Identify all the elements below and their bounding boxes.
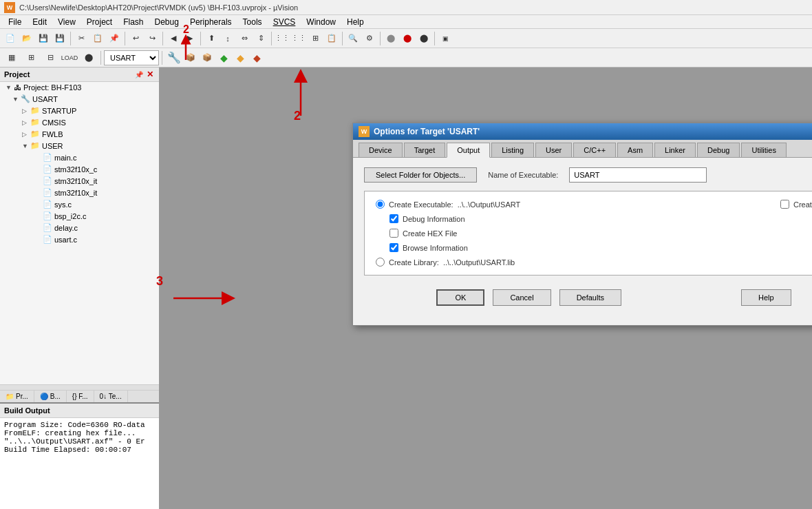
tab-te[interactable]: 0↓ Te... <box>94 391 128 402</box>
project-tree[interactable]: ▼ 🖧 Project: BH-F103 ▼ 🔧 USART ▷ 📁 START… <box>0 82 159 384</box>
tb2-btn-6[interactable]: 📦 <box>183 50 198 65</box>
create-library-radio[interactable] <box>376 258 385 267</box>
defaults-btn[interactable]: Defaults <box>559 289 621 306</box>
menu-debug[interactable]: Debug <box>149 16 184 28</box>
tb-btn-13[interactable]: ⚙ <box>362 31 377 46</box>
tab-listing[interactable]: Listing <box>491 143 534 157</box>
help-btn[interactable]: Help <box>741 289 791 306</box>
tree-usart-c[interactable]: 📄 usart.c <box>0 233 159 245</box>
tb-btn-5[interactable]: ⬆ <box>204 31 219 46</box>
tb-btn-circle[interactable]: ⬤ <box>383 31 398 46</box>
tree-bsp[interactable]: 📄 bsp_i2c.c <box>0 210 159 222</box>
tree-main-c[interactable]: 📄 main.c <box>0 152 159 163</box>
menu-help[interactable]: Help <box>341 16 370 28</box>
tb-btn-10[interactable]: ⋮⋮ <box>291 31 306 46</box>
menu-window[interactable]: Window <box>301 16 341 28</box>
tab-f[interactable]: {} F... <box>67 391 94 402</box>
close-panel-icon[interactable]: ✕ <box>145 70 155 79</box>
tab-asm[interactable]: Asm <box>617 143 653 157</box>
tab-utilities[interactable]: Utilities <box>741 143 786 157</box>
save-all-btn[interactable]: 💾 <box>52 31 67 46</box>
tree-cmsis[interactable]: ▷ 📁 CMSIS <box>0 116 159 128</box>
menu-file[interactable]: File <box>3 16 27 28</box>
save-btn[interactable]: 💾 <box>36 31 51 46</box>
tab-linker[interactable]: Linker <box>654 143 696 157</box>
nav-back-btn[interactable]: ◀ <box>166 31 181 46</box>
tb2-btn-3[interactable]: ⊟ <box>41 50 59 65</box>
open-btn[interactable]: 📂 <box>19 31 34 46</box>
tab-target[interactable]: Target <box>404 143 446 157</box>
create-hex-row: Create HEX File <box>389 229 812 238</box>
debug-info-checkbox[interactable] <box>389 214 398 223</box>
cancel-btn[interactable]: Cancel <box>493 289 551 306</box>
tb2-btn-5[interactable]: ⬤ <box>80 50 98 65</box>
undo-btn[interactable]: ↩ <box>128 31 143 46</box>
tb2-btn-7[interactable]: 📦 <box>200 50 215 65</box>
menu-peripherals[interactable]: Peripherals <box>184 16 237 28</box>
tree-fwlb[interactable]: ▷ 📁 FWLB <box>0 128 159 140</box>
tab-output[interactable]: Output <box>447 143 490 158</box>
title-text: C:\Users\Newlife\Desktop\AHT20\Project\R… <box>19 3 298 12</box>
create-executable-label: Create Executable: ..\..\Output\USART <box>389 200 520 209</box>
paste-btn[interactable]: 📌 <box>107 31 122 46</box>
tab-device[interactable]: Device <box>359 143 403 157</box>
tab-b[interactable]: 🔵 B... <box>34 391 67 402</box>
app-window: W C:\Users\Newlife\Desktop\AHT20\Project… <box>0 0 812 509</box>
nav-fwd-btn[interactable]: ▶ <box>182 31 197 46</box>
tree-stm1[interactable]: 📄 stm32f10x_c <box>0 163 159 175</box>
create-batch-checkbox[interactable] <box>780 200 789 209</box>
search-btn[interactable]: 🔍 <box>345 31 361 46</box>
menu-flash[interactable]: Flash <box>118 16 149 28</box>
pin-icon[interactable]: 📌 <box>134 70 144 79</box>
tree-sys[interactable]: 📄 sys.c <box>0 198 159 210</box>
folder-executable-row: Select Folder for Objects... Name of Exe… <box>364 167 812 183</box>
tb-btn-red[interactable]: ⬤ <box>400 31 415 46</box>
redo-btn[interactable]: ↪ <box>145 31 160 46</box>
tb-btn-6[interactable]: ↕ <box>220 31 235 46</box>
tb2-debug-btn[interactable]: 🔧 <box>167 50 182 65</box>
browse-info-checkbox[interactable] <box>389 243 398 252</box>
menu-edit[interactable]: Edit <box>27 16 52 28</box>
tb2-btn-4[interactable]: LOAD <box>61 50 78 65</box>
tb2-btn-2[interactable]: ⊞ <box>22 50 40 65</box>
copy-btn[interactable]: 📋 <box>90 31 105 46</box>
menu-project[interactable]: Project <box>81 16 118 28</box>
new-file-btn[interactable]: 📄 <box>3 31 18 46</box>
tree-delay[interactable]: 📄 delay.c <box>0 222 159 233</box>
select-folder-btn[interactable]: Select Folder for Objects... <box>364 167 477 183</box>
tree-user[interactable]: ▼ 📁 USER <box>0 140 159 152</box>
tb-btn-15[interactable]: ▣ <box>438 31 453 46</box>
create-executable-radio[interactable] <box>376 200 385 209</box>
target-dropdown[interactable]: USART <box>104 50 159 65</box>
menu-tools[interactable]: Tools <box>237 16 268 28</box>
tab-debug[interactable]: Debug <box>697 143 740 157</box>
tab-project[interactable]: 📁 Pr... <box>0 391 34 402</box>
tab-cpp[interactable]: C/C++ <box>573 143 616 157</box>
tb-btn-8[interactable]: ⇕ <box>253 31 268 46</box>
create-hex-checkbox[interactable] <box>389 229 398 238</box>
tree-scroll-horiz[interactable] <box>0 384 159 390</box>
tree-stm3[interactable]: 📄 stm32f10x_it <box>0 187 159 198</box>
tree-stm2[interactable]: 📄 stm32f10x_it <box>0 175 159 187</box>
tb2-btn-8[interactable]: ◆ <box>216 50 231 65</box>
cut-btn[interactable]: ✂ <box>74 31 89 46</box>
tree-usart[interactable]: ▼ 🔧 USART <box>0 93 159 105</box>
tree-root[interactable]: ▼ 🖧 Project: BH-F103 <box>0 82 159 93</box>
tab-user[interactable]: User <box>535 143 572 157</box>
name-executable-input[interactable] <box>569 167 707 183</box>
fwlb-label: FWLB <box>42 130 63 138</box>
tb-btn-12[interactable]: 📋 <box>324 31 339 46</box>
tb-btn-9[interactable]: ⋮⋮ <box>275 31 290 46</box>
menu-svcs[interactable]: SVCS <box>268 16 301 28</box>
tb-btn-7[interactable]: ⇔ <box>237 31 252 46</box>
tb2-btn-9[interactable]: ◆ <box>233 50 248 65</box>
tb2-btn-1[interactable]: ▦ <box>3 50 21 65</box>
tb2-btn-10[interactable]: ◆ <box>249 50 264 65</box>
tb-btn-11[interactable]: ⊞ <box>308 31 323 46</box>
usartc-label: usart.c <box>54 236 77 244</box>
ok-btn[interactable]: OK <box>436 289 484 306</box>
tree-startup[interactable]: ▷ 📁 STARTUP <box>0 105 159 116</box>
menu-view[interactable]: View <box>52 16 81 28</box>
create-library-row: Create Library: ..\..\Output\USART.lib <box>376 258 812 267</box>
tb-btn-14[interactable]: ⬤ <box>416 31 431 46</box>
